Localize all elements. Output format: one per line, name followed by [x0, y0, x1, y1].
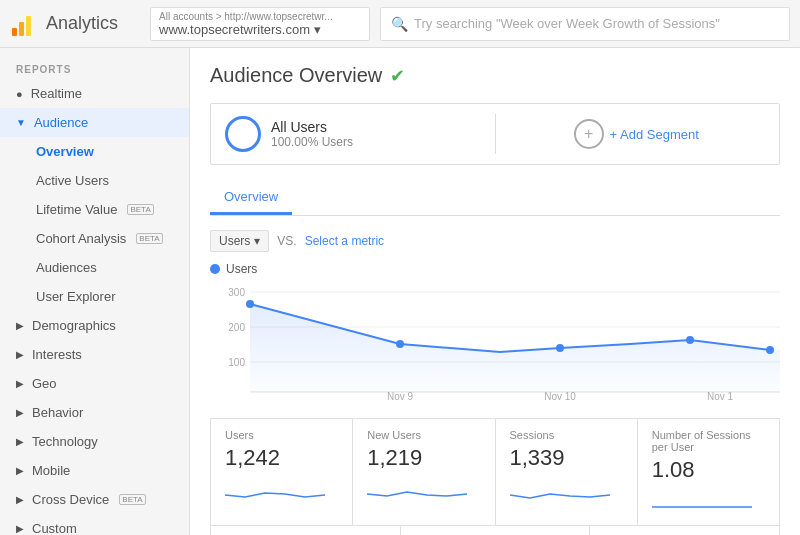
metric-card: Avg. Session Duration 00:00:42 — [401, 526, 591, 535]
sidebar-interests-label: Interests — [32, 347, 82, 362]
sidebar-custom-label: Custom — [32, 521, 77, 535]
chart-legend: Users — [210, 262, 780, 276]
sidebar-geo-label: Geo — [32, 376, 57, 391]
sidebar-behavior-label: Behavior — [32, 405, 83, 420]
metric-card: Number of Sessions per User 1.08 — [638, 419, 780, 526]
sidebar-audiences-label: Audiences — [36, 260, 97, 275]
sidebar-active-users-label: Active Users — [36, 173, 109, 188]
all-users-circle-icon — [225, 116, 261, 152]
page-title: Audience Overview ✔ — [210, 64, 780, 87]
verified-icon: ✔ — [390, 65, 405, 87]
sidebar-lifetime-label: Lifetime Value — [36, 202, 117, 217]
mobile-arrow-icon: ▶ — [16, 465, 24, 476]
sidebar-item-technology[interactable]: ▶ Technology — [0, 427, 189, 456]
line-chart-svg: 300 200 100 Nov 9 Nov 10 Nov 1 — [210, 282, 780, 402]
svg-text:100: 100 — [228, 357, 245, 368]
sidebar-item-user-explorer[interactable]: User Explorer — [0, 282, 189, 311]
metric-sparkline — [652, 487, 765, 515]
metric-card: Users 1,242 — [211, 419, 353, 526]
metric-card: New Users 1,219 — [353, 419, 495, 526]
users-legend-dot — [210, 264, 220, 274]
logo-area: Analytics — [10, 10, 140, 38]
realtime-icon: ● — [16, 88, 23, 100]
users-dropdown[interactable]: Users ▾ — [210, 230, 269, 252]
chart-point — [396, 340, 404, 348]
page-title-text: Audience Overview — [210, 64, 382, 87]
vs-label: VS. — [277, 234, 296, 248]
svg-text:Nov 10: Nov 10 — [544, 391, 576, 402]
svg-text:300: 300 — [228, 287, 245, 298]
analytics-logo-icon — [10, 10, 38, 38]
sidebar-item-demographics[interactable]: ▶ Demographics — [0, 311, 189, 340]
sidebar-item-overview[interactable]: Overview — [0, 137, 189, 166]
sidebar-item-label: Realtime — [31, 86, 82, 101]
sidebar-item-lifetime-value[interactable]: Lifetime Value BETA — [0, 195, 189, 224]
breadcrumb-bar[interactable]: All accounts > http://www.topsecretwr...… — [150, 7, 370, 41]
custom-arrow-icon: ▶ — [16, 523, 24, 534]
metric-value: 1,242 — [225, 445, 338, 471]
search-placeholder: Try searching "Week over Week Growth of … — [414, 16, 720, 31]
metric-title: Sessions — [510, 429, 623, 441]
chart-point — [246, 300, 254, 308]
sparkline-svg — [652, 487, 752, 515]
svg-text:Nov 9: Nov 9 — [387, 391, 414, 402]
metric-sparkline — [510, 475, 623, 503]
svg-rect-0 — [12, 28, 17, 36]
metric-sparkline — [367, 475, 480, 503]
add-segment-button[interactable]: + + Add Segment — [508, 119, 766, 149]
select-metric-link[interactable]: Select a metric — [305, 234, 384, 248]
sidebar-item-mobile[interactable]: ▶ Mobile — [0, 456, 189, 485]
sidebar-item-custom[interactable]: ▶ Custom — [0, 514, 189, 535]
interests-arrow-icon: ▶ — [16, 349, 24, 360]
main-layout: REPORTS ● Realtime ▼ Audience Overview A… — [0, 48, 800, 535]
sidebar-item-audience[interactable]: ▼ Audience — [0, 108, 189, 137]
users-legend-label: Users — [226, 262, 257, 276]
sidebar-overview-label: Overview — [36, 144, 94, 159]
metric-card: Sessions 1,339 — [496, 419, 638, 526]
header: Analytics All accounts > http://www.tops… — [0, 0, 800, 48]
segment-divider — [495, 114, 496, 154]
segment-bar: All Users 100.00% Users + + Add Segment — [210, 103, 780, 165]
logo-title: Analytics — [46, 13, 118, 34]
sidebar-item-active-users[interactable]: Active Users — [0, 166, 189, 195]
add-segment-label: + Add Segment — [610, 127, 699, 142]
add-segment-circle-icon: + — [574, 119, 604, 149]
sidebar-item-realtime[interactable]: ● Realtime — [0, 79, 189, 108]
sidebar-item-interests[interactable]: ▶ Interests — [0, 340, 189, 369]
chart-point — [766, 346, 774, 354]
all-users-segment[interactable]: All Users 100.00% Users — [225, 116, 483, 152]
metric-title: Number of Sessions per User — [652, 429, 765, 453]
sidebar-item-cross-device[interactable]: ▶ Cross Device BETA — [0, 485, 189, 514]
dropdown-chevron-icon: ▾ — [254, 234, 260, 248]
technology-arrow-icon: ▶ — [16, 436, 24, 447]
segment-text-group: All Users 100.00% Users — [271, 119, 353, 149]
cross-device-arrow-icon: ▶ — [16, 494, 24, 505]
sidebar-mobile-label: Mobile — [32, 463, 70, 478]
audience-collapse-icon: ▼ — [16, 117, 26, 128]
sidebar-item-label: Audience — [34, 115, 88, 130]
metric-value: 1,219 — [367, 445, 480, 471]
sidebar-user-explorer-label: User Explorer — [36, 289, 115, 304]
sidebar-item-geo[interactable]: ▶ Geo — [0, 369, 189, 398]
sidebar-section-label: REPORTS — [0, 58, 189, 79]
metric-value: 1.08 — [652, 457, 765, 483]
metric-sparkline — [225, 475, 338, 503]
search-bar[interactable]: 🔍 Try searching "Week over Week Growth o… — [380, 7, 790, 41]
svg-rect-1 — [19, 22, 24, 36]
metric-title: Users — [225, 429, 338, 441]
demographics-arrow-icon: ▶ — [16, 320, 24, 331]
sidebar-technology-label: Technology — [32, 434, 98, 449]
users-dropdown-label: Users — [219, 234, 250, 248]
tab-overview[interactable]: Overview — [210, 181, 292, 215]
segment-sub: 100.00% Users — [271, 135, 353, 149]
sidebar-item-audiences[interactable]: Audiences — [0, 253, 189, 282]
sidebar-item-cohort-analysis[interactable]: Cohort Analysis BETA — [0, 224, 189, 253]
sidebar-item-behavior[interactable]: ▶ Behavior — [0, 398, 189, 427]
sparkline-svg — [225, 475, 325, 503]
metric-value: 1,339 — [510, 445, 623, 471]
breadcrumb-path: All accounts > http://www.topsecretwr... — [159, 11, 333, 22]
cohort-beta-badge: BETA — [136, 233, 162, 244]
sidebar: REPORTS ● Realtime ▼ Audience Overview A… — [0, 48, 190, 535]
sparkline-svg — [510, 475, 610, 503]
breadcrumb-site: www.topsecretwriters.com — [159, 22, 310, 37]
